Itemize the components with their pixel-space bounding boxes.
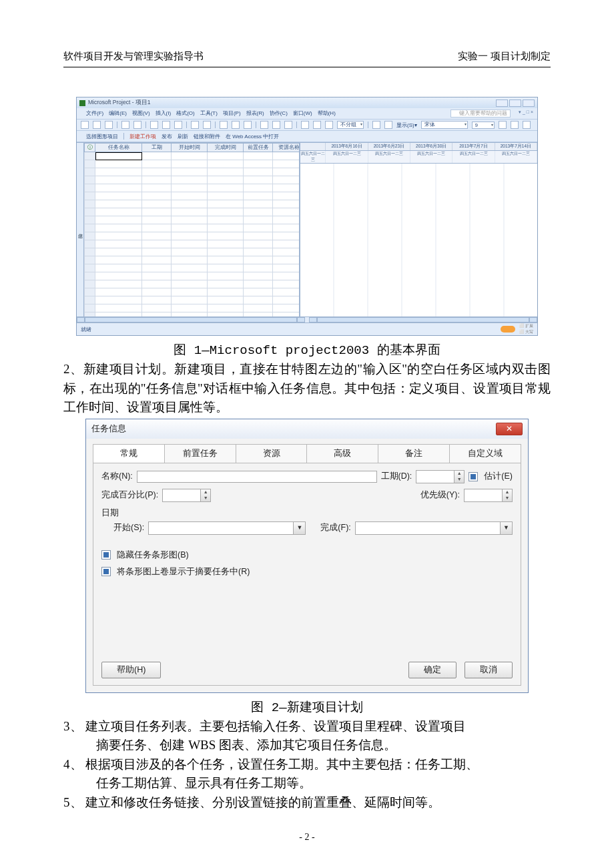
figure1-caption: 图 1—Microsoft project2003 的基本界面 bbox=[63, 341, 551, 359]
tab-custom[interactable]: 自定义域 bbox=[449, 444, 521, 463]
cancel-button[interactable]: 取消 bbox=[465, 662, 513, 678]
finish-label: 完成(F): bbox=[320, 522, 350, 533]
open-icon[interactable] bbox=[93, 121, 101, 129]
print-icon[interactable] bbox=[121, 121, 129, 129]
app-title: Microsoft Project - 项目1 bbox=[88, 99, 151, 107]
collab-toolbar[interactable]: 选择图形项目 新建工作项 发布 刷新 链接和附件 在 Web Access 中打… bbox=[77, 131, 537, 142]
link-icon[interactable] bbox=[220, 121, 228, 129]
start-date-input[interactable]: ▼ bbox=[148, 521, 306, 535]
close-icon[interactable] bbox=[523, 99, 535, 107]
menu-file[interactable]: 文件(F) bbox=[86, 110, 103, 118]
name-input[interactable] bbox=[137, 471, 377, 483]
col-info[interactable]: ⓘ bbox=[85, 144, 95, 152]
outdent-icon[interactable] bbox=[372, 121, 380, 129]
collab-refresh[interactable]: 刷新 bbox=[178, 133, 188, 140]
tab-resources[interactable]: 资源 bbox=[236, 444, 308, 463]
menu-project[interactable]: 项目(P) bbox=[223, 110, 241, 118]
status-bar: 就绪 ⬜ 扩展⬜ 大写 bbox=[77, 322, 537, 335]
ok-button[interactable]: 确定 bbox=[408, 662, 456, 678]
window-buttons[interactable] bbox=[496, 99, 535, 107]
close-button[interactable]: ✕ bbox=[496, 423, 523, 435]
task-rows[interactable] bbox=[85, 152, 301, 317]
gantt-body[interactable] bbox=[300, 164, 537, 316]
gantt-week: 2013年7月7日 bbox=[452, 143, 495, 150]
collab-newtask[interactable]: 新建工作项 bbox=[129, 133, 156, 140]
hide-bar-checkbox[interactable] bbox=[101, 550, 111, 560]
menu-help[interactable]: 帮助(H) bbox=[318, 110, 336, 118]
menu-collab[interactable]: 协作(C) bbox=[270, 110, 288, 118]
collab-links[interactable]: 链接和附件 bbox=[194, 133, 220, 140]
rollup-checkbox[interactable] bbox=[101, 567, 111, 576]
finish-date-input[interactable]: ▼ bbox=[355, 521, 513, 535]
dialog-title: 任务信息 bbox=[91, 423, 126, 435]
underline-icon[interactable] bbox=[523, 121, 531, 129]
estimate-checkbox[interactable] bbox=[469, 472, 478, 481]
col-name[interactable]: 任务名称 bbox=[95, 144, 142, 152]
col-duration[interactable]: 工期 bbox=[142, 144, 172, 152]
duration-spinner[interactable]: ▲▼ bbox=[416, 470, 465, 483]
scrollbar[interactable] bbox=[77, 316, 537, 322]
assign-icon[interactable] bbox=[284, 121, 292, 129]
menu-insert[interactable]: 插入(I) bbox=[156, 110, 172, 118]
menu-view[interactable]: 视图(V) bbox=[132, 110, 150, 118]
paste-icon[interactable] bbox=[174, 121, 182, 129]
page-header: 软件项目开发与管理实验指导书 实验一 项目计划制定 bbox=[63, 50, 551, 67]
dialog-tabs[interactable]: 常规 前置任务 资源 高级 备注 自定义域 bbox=[93, 444, 521, 463]
goto-icon[interactable] bbox=[325, 121, 333, 129]
standard-toolbar[interactable]: 不分组 显示(S)▾ 宋体 9 bbox=[77, 119, 537, 131]
col-start[interactable]: 开始时间 bbox=[172, 144, 208, 152]
menu-report[interactable]: 报表(R) bbox=[246, 110, 264, 118]
menu-edit[interactable]: 编辑(E) bbox=[109, 110, 127, 118]
tab-predecessors[interactable]: 前置任务 bbox=[164, 444, 236, 463]
split-icon[interactable] bbox=[244, 121, 252, 129]
preview-icon[interactable] bbox=[133, 121, 141, 129]
save-icon[interactable] bbox=[105, 121, 113, 129]
rollup-label: 将条形图上卷显示于摘要任务中(R) bbox=[117, 566, 250, 578]
menu-window[interactable]: 窗口(W) bbox=[293, 110, 312, 118]
help-search-input[interactable]: 键入需要帮助的问题 bbox=[450, 110, 511, 118]
tab-advanced[interactable]: 高级 bbox=[306, 444, 378, 463]
collab-select[interactable]: 选择图形项目 bbox=[86, 133, 118, 140]
cut-icon[interactable] bbox=[150, 121, 158, 129]
indent-icon[interactable] bbox=[384, 121, 392, 129]
collab-openweb[interactable]: 在 Web Access 中打开 bbox=[226, 133, 279, 140]
header-right: 实验一 项目计划制定 bbox=[458, 50, 551, 63]
copy-icon[interactable] bbox=[162, 121, 170, 129]
new-icon[interactable] bbox=[81, 121, 89, 129]
info-icon[interactable] bbox=[260, 121, 268, 129]
redo-icon[interactable] bbox=[203, 121, 211, 129]
status-text: 就绪 bbox=[81, 326, 91, 333]
percent-spinner[interactable]: ▲▼ bbox=[162, 489, 211, 502]
col-finish[interactable]: 完成时间 bbox=[208, 144, 244, 152]
show-button[interactable]: 显示(S)▾ bbox=[396, 122, 417, 129]
bold-icon[interactable] bbox=[499, 121, 507, 129]
max-icon[interactable] bbox=[509, 99, 521, 107]
zoom-out-icon[interactable] bbox=[301, 121, 309, 129]
fontsize-dropdown[interactable]: 9 bbox=[472, 122, 495, 129]
zoom-in-icon[interactable] bbox=[313, 121, 321, 129]
menubar[interactable]: 文件(F) 编辑(E) 视图(V) 插入(I) 格式(O) 工具(T) 项目(P… bbox=[77, 108, 537, 119]
mdi-controls[interactable]: ▾ _ □ × bbox=[519, 110, 533, 118]
menu-format[interactable]: 格式(O) bbox=[176, 110, 195, 118]
undo-icon[interactable] bbox=[191, 121, 199, 129]
priority-spinner[interactable]: ▲▼ bbox=[464, 489, 513, 502]
help-button[interactable]: 帮助(H) bbox=[101, 662, 161, 678]
app-titlebar: Microsoft Project - 项目1 bbox=[77, 97, 537, 108]
min-icon[interactable] bbox=[496, 99, 508, 107]
col-pred[interactable]: 前置任务 bbox=[244, 144, 273, 152]
gantt-chart[interactable]: 2013年6月16日 2013年6月23日 2013年6月30日 2013年7月… bbox=[300, 143, 537, 316]
paragraph-list: 3、 建立项目任务列表。主要包括输入任务、设置项目里程碑、设置项目 摘要任务、创… bbox=[63, 717, 551, 813]
group-dropdown[interactable]: 不分组 bbox=[337, 121, 364, 129]
app-logo-icon bbox=[79, 100, 85, 106]
task-grid[interactable]: ⓘ 任务名称 工期 开始时间 完成时间 前置任务 资源名称 bbox=[84, 143, 300, 316]
view-bar[interactable]: 信息 bbox=[77, 143, 84, 316]
unlink-icon[interactable] bbox=[232, 121, 240, 129]
menu-tools[interactable]: 工具(T) bbox=[200, 110, 218, 118]
font-dropdown[interactable]: 宋体 bbox=[421, 121, 468, 129]
col-res[interactable]: 资源名称 bbox=[273, 144, 301, 152]
collab-publish[interactable]: 发布 bbox=[162, 133, 172, 140]
tab-general[interactable]: 常规 bbox=[93, 444, 165, 463]
tab-notes[interactable]: 备注 bbox=[378, 444, 450, 463]
italic-icon[interactable] bbox=[511, 121, 519, 129]
notes-icon[interactable] bbox=[272, 121, 280, 129]
